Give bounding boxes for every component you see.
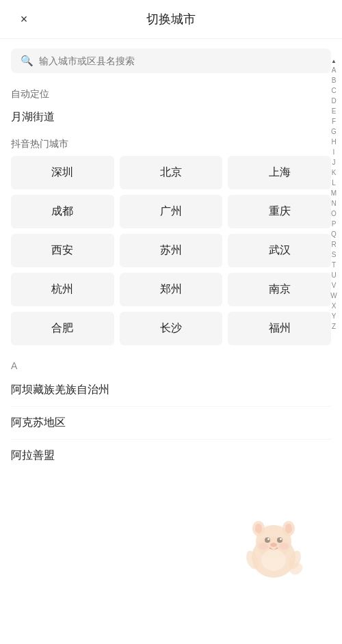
alpha-f[interactable]: F xyxy=(328,117,339,126)
alpha-j[interactable]: J xyxy=(328,158,339,167)
search-input[interactable] xyxy=(39,55,321,66)
alpha-g[interactable]: G xyxy=(328,127,339,137)
section-header-a: A xyxy=(11,352,331,374)
alpha-x[interactable]: X xyxy=(328,301,339,311)
list-city-item[interactable]: 阿克苏地区 xyxy=(11,407,331,440)
current-location-item[interactable]: 月湖街道 xyxy=(0,103,342,131)
city-cell-chongqing[interactable]: 重庆 xyxy=(228,195,331,228)
alpha-b[interactable]: B xyxy=(328,76,339,85)
auto-location-label: 自动定位 xyxy=(0,83,342,103)
alpha-u[interactable]: U xyxy=(328,271,339,280)
alpha-s[interactable]: S xyxy=(328,250,339,260)
alpha-h[interactable]: H xyxy=(328,137,339,147)
city-cell-zhengzhou[interactable]: 郑州 xyxy=(120,273,223,306)
scroll-container[interactable]: 🔍 自动定位 月湖街道 抖音热门城市 深圳 北京 上海 成都 广州 重庆 西安 … xyxy=(0,39,342,594)
city-cell-wuhan[interactable]: 武汉 xyxy=(228,234,331,267)
alpha-v[interactable]: V xyxy=(328,281,339,291)
alpha-e[interactable]: E xyxy=(328,107,339,116)
city-list-section-a: A 阿坝藏族羌族自治州 阿克苏地区 阿拉善盟 xyxy=(0,352,342,472)
search-icon: 🔍 xyxy=(21,55,34,67)
list-city-item[interactable]: 阿坝藏族羌族自治州 xyxy=(11,374,331,407)
alpha-r[interactable]: R xyxy=(328,240,339,250)
city-cell-shanghai[interactable]: 上海 xyxy=(228,156,331,189)
alpha-y[interactable]: Y xyxy=(328,312,339,321)
alpha-c[interactable]: C xyxy=(328,86,339,96)
alpha-o[interactable]: O xyxy=(328,209,339,219)
alpha-i[interactable]: I xyxy=(328,148,339,157)
alpha-z[interactable]: Z xyxy=(328,322,339,332)
city-cell-hangzhou[interactable]: 杭州 xyxy=(11,273,114,306)
search-bar: 🔍 xyxy=(11,49,331,73)
city-cell-nanjing[interactable]: 南京 xyxy=(228,273,331,306)
list-city-item[interactable]: 阿拉善盟 xyxy=(11,440,331,472)
city-cell-suzhou[interactable]: 苏州 xyxy=(120,234,223,267)
city-grid: 深圳 北京 上海 成都 广州 重庆 西安 苏州 武汉 杭州 郑州 南京 合肥 长… xyxy=(0,156,342,345)
alpha-l[interactable]: L xyxy=(328,178,339,188)
alpha-d[interactable]: D xyxy=(328,96,339,106)
city-cell-changsha[interactable]: 长沙 xyxy=(120,312,223,345)
page-title: 切换城市 xyxy=(146,11,196,27)
alpha-m[interactable]: M xyxy=(328,189,339,198)
alpha-t[interactable]: T xyxy=(328,260,339,270)
close-button[interactable]: × xyxy=(14,9,34,29)
city-cell-fuzhou[interactable]: 福州 xyxy=(228,312,331,345)
hot-cities-label: 抖音热门城市 xyxy=(0,131,342,156)
alpha-q[interactable]: Q xyxy=(328,230,339,239)
header: × 切换城市 xyxy=(0,0,342,39)
alpha-p[interactable]: P xyxy=(328,219,339,229)
alpha-up-arrow[interactable]: ▲ xyxy=(328,57,339,65)
alpha-k[interactable]: K xyxy=(328,168,339,178)
alphabet-index: ▲ A B C D E F G H I J K L M N O P Q R S … xyxy=(328,55,339,644)
city-cell-guangzhou[interactable]: 广州 xyxy=(120,195,223,228)
city-cell-xian[interactable]: 西安 xyxy=(11,234,114,267)
city-cell-chengdu[interactable]: 成都 xyxy=(11,195,114,228)
alpha-w[interactable]: W xyxy=(328,291,339,301)
alpha-n[interactable]: N xyxy=(328,199,339,209)
city-cell-shenzhen[interactable]: 深圳 xyxy=(11,156,114,189)
alpha-a[interactable]: A xyxy=(328,66,339,75)
city-cell-hefei[interactable]: 合肥 xyxy=(11,312,114,345)
city-cell-beijing[interactable]: 北京 xyxy=(120,156,223,189)
close-icon: × xyxy=(21,12,28,27)
